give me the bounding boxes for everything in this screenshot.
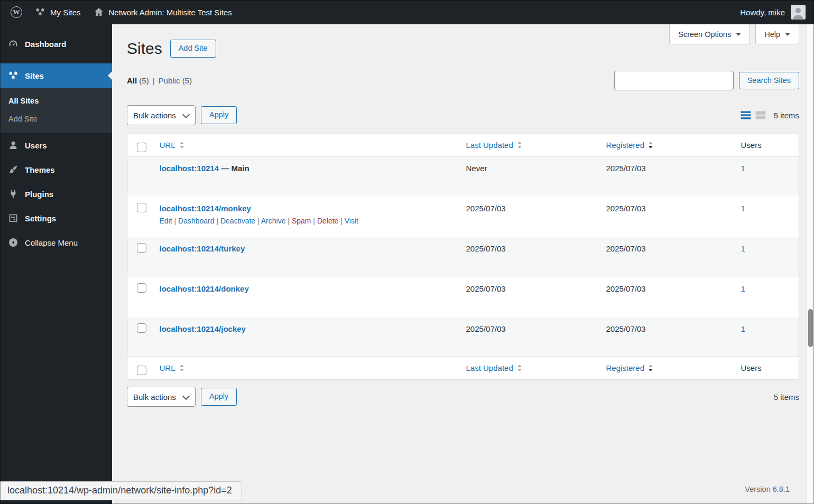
users-icon — [8, 140, 18, 151]
registered-cell: 2025/07/03 — [601, 197, 736, 237]
site-row: localhost:10214/jockey2025/07/032025/07/… — [127, 317, 799, 357]
sidebar-item-all-sites[interactable]: All Sites — [0, 92, 112, 110]
caret-down-icon — [785, 33, 790, 36]
row-action-delete[interactable]: Delete — [317, 217, 338, 225]
table-footer: URL Last Updated Registered — [127, 357, 799, 379]
select-all-checkbox[interactable] — [137, 366, 146, 375]
row-action-archive[interactable]: Archive — [261, 217, 286, 225]
view-filters: All (5) | Public (5) — [127, 76, 192, 85]
row-action-edit[interactable]: Edit — [160, 217, 172, 225]
row-actions: Edit | Dashboard | Deactivate | Archive … — [160, 217, 456, 226]
sort-arrows-icon — [517, 142, 522, 148]
search-input[interactable] — [614, 71, 734, 90]
sort-by-registered[interactable]: Registered — [606, 363, 653, 372]
bulk-actions-bottom: Bulk actions Apply — [127, 387, 237, 407]
site-url-link[interactable]: localhost:10214/donkey — [160, 284, 249, 293]
sidebar-item-plugins[interactable]: Plugins — [0, 182, 112, 206]
search-sites-button[interactable]: Search Sites — [739, 72, 799, 89]
sites-submenu: All Sites Add Site — [0, 88, 112, 133]
view-switch — [740, 109, 766, 121]
sidebar-label-dashboard: Dashboard — [25, 40, 66, 49]
sidebar-item-users[interactable]: Users — [0, 133, 112, 157]
site-users-link[interactable]: 1 — [741, 244, 745, 253]
my-sites-label: My Sites — [50, 8, 81, 17]
filter-public[interactable]: Public (5) — [159, 76, 192, 85]
site-users-link[interactable]: 1 — [741, 164, 745, 173]
sort-arrows-icon — [180, 365, 184, 371]
add-site-button[interactable]: Add Site — [170, 40, 216, 57]
screen-options-button[interactable]: Screen Options — [669, 24, 750, 44]
site-url-link[interactable]: localhost:10214/monkey — [160, 204, 251, 213]
filter-all[interactable]: All (5) — [127, 76, 149, 85]
bulk-actions-select[interactable]: Bulk actions — [127, 105, 196, 125]
avatar — [791, 5, 806, 20]
site-users-link[interactable]: 1 — [741, 284, 745, 293]
sort-by-url[interactable]: URL — [160, 141, 184, 150]
site-url-link[interactable]: localhost:10214/jockey — [160, 324, 246, 333]
sort-by-last-updated[interactable]: Last Updated — [466, 141, 522, 150]
network-admin-menu[interactable]: Network Admin: Multisite Test Sites — [87, 0, 238, 24]
users-column-header: Users — [736, 134, 799, 156]
site-url-cell: localhost:10214/monkeyEdit | Dashboard |… — [151, 197, 461, 237]
last-updated-cell: 2025/07/03 — [461, 277, 601, 317]
bulk-actions-select[interactable]: Bulk actions — [127, 387, 196, 407]
filter-separator: | — [153, 76, 155, 85]
sort-arrows-icon — [649, 365, 653, 371]
table-header: URL Last Updated Registered — [127, 134, 799, 156]
site-url-cell: localhost:10214 — Main — [151, 156, 461, 197]
admin-bar-left: W My Sites Network Admin: Multisite Test… — [4, 0, 740, 24]
row-action-spam[interactable]: Spam — [292, 217, 311, 225]
users-cell: 1 — [736, 197, 799, 237]
site-url-link[interactable]: localhost:10214/turkey — [160, 244, 245, 253]
sidebar-item-add-site[interactable]: Add Site — [0, 110, 112, 128]
row-check-cell — [127, 197, 151, 237]
last-updated-column-header: Last Updated — [461, 134, 601, 156]
sidebar-item-dashboard[interactable]: Dashboard — [0, 32, 112, 56]
tablenav-top-right: 5 items — [740, 109, 799, 121]
row-action-deactivate[interactable]: Deactivate — [220, 217, 255, 225]
site-row: localhost:10214/monkeyEdit | Dashboard |… — [127, 197, 799, 237]
url-column-header: URL — [151, 134, 461, 156]
sites-table-body: localhost:10214 — MainNever2025/07/031lo… — [127, 156, 799, 357]
row-action-visit[interactable]: Visit — [345, 217, 358, 225]
sidebar-item-themes[interactable]: Themes — [0, 157, 112, 182]
sites-icon — [8, 70, 18, 81]
apply-button[interactable]: Apply — [201, 388, 237, 405]
scrollbar-track[interactable] — [807, 24, 814, 504]
users-column-header: Users — [736, 357, 799, 379]
row-action-dashboard[interactable]: Dashboard — [178, 217, 215, 225]
excerpt-view-icon[interactable] — [755, 109, 766, 121]
wp-logo-menu[interactable]: W — [4, 0, 29, 24]
row-action-separator: | — [338, 217, 344, 225]
site-url-link[interactable]: localhost:10214 — [160, 164, 219, 173]
sidebar-item-settings[interactable]: Settings — [0, 206, 112, 230]
site-row: localhost:10214/donkey2025/07/032025/07/… — [127, 277, 799, 317]
site-users-link[interactable]: 1 — [741, 324, 745, 333]
apply-button[interactable]: Apply — [201, 106, 237, 124]
site-row-checkbox[interactable] — [137, 323, 146, 333]
sort-by-url[interactable]: URL — [160, 363, 184, 372]
site-row-checkbox[interactable] — [137, 243, 146, 253]
site-row: localhost:10214/turkey2025/07/032025/07/… — [127, 237, 799, 277]
scrollbar-thumb[interactable] — [808, 309, 813, 347]
site-users-link[interactable]: 1 — [741, 204, 745, 213]
url-column-header: URL — [151, 357, 461, 379]
my-sites-menu[interactable]: My Sites — [29, 0, 87, 24]
sidebar-item-sites[interactable]: Sites — [0, 63, 112, 88]
list-view-icon[interactable] — [740, 109, 752, 121]
row-check-cell — [127, 317, 151, 357]
help-button[interactable]: Help — [755, 24, 799, 44]
admin-bar: W My Sites Network Admin: Multisite Test… — [0, 0, 814, 24]
registered-cell: 2025/07/03 — [601, 317, 736, 357]
site-row-checkbox[interactable] — [137, 283, 146, 293]
site-row-checkbox[interactable] — [137, 203, 146, 212]
row-action-separator: | — [255, 217, 261, 225]
browser-status-bar: localhost:10214/wp-admin/network/site-in… — [0, 481, 242, 500]
select-all-checkbox[interactable] — [137, 143, 146, 152]
account-menu[interactable]: Howdy, mike — [740, 5, 810, 20]
sort-by-last-updated[interactable]: Last Updated — [466, 363, 522, 372]
collapse-menu-button[interactable]: Collapse Menu — [0, 230, 112, 255]
sort-by-registered[interactable]: Registered — [606, 141, 653, 150]
last-updated-column-header: Last Updated — [461, 357, 601, 379]
row-check-cell — [127, 277, 151, 317]
